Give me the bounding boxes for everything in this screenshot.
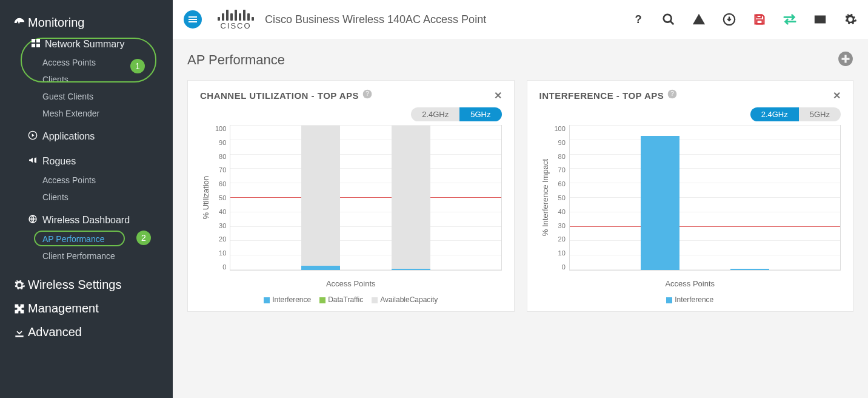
chart-channel-utilization: % Utilization 1009080706050403020100 (200, 125, 502, 271)
legend: Interference (539, 295, 841, 304)
sync-icon[interactable] (783, 13, 796, 26)
gear-icon (11, 279, 28, 291)
close-panel-button[interactable]: ✕ (494, 90, 502, 101)
play-circle-icon (28, 130, 38, 143)
product-title: Cisco Business Wireless 140AC Access Poi… (265, 13, 486, 26)
chart-interference: % Interference Impact 100908070605040302… (539, 125, 841, 271)
x-axis-label: Access Points (200, 279, 502, 288)
sidebar-label-management: Management (28, 302, 99, 315)
puzzle-icon (11, 303, 28, 315)
y-ticks: 1009080706050403020100 (551, 125, 569, 271)
band-5-button[interactable]: 5GHz (799, 107, 841, 121)
svg-rect-2 (32, 44, 35, 47)
sidebar-label-wireless-settings: Wireless Settings (28, 278, 122, 292)
sidebar: Monitoring Network Summary Access Points… (0, 0, 173, 398)
tutorial-badge-2: 2 (136, 231, 151, 245)
sidebar-item-network-summary[interactable]: Network Summary (0, 35, 173, 54)
band-2-4-button[interactable]: 2.4GHz (411, 107, 459, 121)
save-icon[interactable] (753, 13, 766, 26)
cisco-logo-text: CISCO (220, 21, 251, 30)
sidebar-item-management[interactable]: Management (0, 297, 173, 320)
sidebar-item-mesh-extender[interactable]: Mesh Extender (0, 105, 173, 122)
add-panel-button[interactable] (838, 51, 853, 69)
search-icon[interactable] (662, 13, 675, 26)
panel-channel-utilization: CHANNEL UTILIZATION - TOP APS ? ✕ 2.4GHz… (187, 80, 515, 312)
sidebar-item-ap-performance[interactable]: AP Performance 2 (0, 231, 173, 248)
legend-interference: Interference (675, 295, 713, 304)
plot-area (569, 125, 841, 271)
sidebar-item-rogues-clients[interactable]: Clients (0, 189, 173, 206)
panel-title: INTERFERENCE - TOP APS (539, 90, 664, 101)
tutorial-badge-1: 1 (130, 59, 145, 73)
sidebar-label-advanced: Advanced (28, 325, 82, 339)
band-5-button[interactable]: 5GHz (459, 107, 501, 121)
legend-interference: Interference (272, 295, 311, 304)
sidebar-item-clients[interactable]: Clients (0, 71, 173, 88)
sidebar-item-wireless-dashboard[interactable]: Wireless Dashboard (0, 206, 173, 231)
sidebar-item-advanced[interactable]: Advanced (0, 320, 173, 344)
help-icon[interactable]: ? (667, 89, 677, 101)
legend-availablecapacity: AvailableCapacity (380, 295, 438, 304)
menu-toggle-button[interactable] (184, 10, 202, 29)
settings-icon[interactable] (844, 13, 857, 26)
help-icon[interactable]: ? (362, 89, 372, 101)
alert-icon[interactable] (692, 13, 706, 26)
sidebar-item-rogues[interactable]: Rogues (0, 147, 173, 172)
mail-icon[interactable] (813, 13, 827, 26)
svg-text:?: ? (635, 13, 641, 25)
download-icon (11, 326, 28, 339)
sidebar-label-monitoring: Monitoring (28, 16, 84, 30)
sidebar-item-monitoring[interactable]: Monitoring (0, 11, 173, 35)
sidebar-item-applications[interactable]: Applications (0, 122, 173, 147)
sidebar-item-guest-clients[interactable]: Guest Clients (0, 88, 173, 105)
close-panel-button[interactable]: ✕ (833, 90, 841, 101)
svg-point-7 (664, 15, 672, 22)
grid-icon (32, 39, 40, 50)
topbar: CISCO Cisco Business Wireless 140AC Acce… (173, 0, 868, 39)
sidebar-label-wireless-dashboard: Wireless Dashboard (42, 215, 130, 226)
download-circle-icon[interactable] (723, 13, 736, 26)
plot-area (230, 125, 501, 271)
y-axis-label: % Utilization (200, 176, 212, 220)
sidebar-item-wireless-settings[interactable]: Wireless Settings (0, 273, 173, 297)
sidebar-label-network-summary: Network Summary (45, 39, 125, 50)
svg-text:?: ? (366, 90, 369, 97)
sidebar-item-rogues-ap[interactable]: Access Points (0, 172, 173, 189)
y-ticks: 1009080706050403020100 (212, 125, 230, 271)
svg-rect-10 (756, 20, 762, 24)
x-axis-label: Access Points (539, 279, 841, 288)
svg-text:?: ? (670, 90, 674, 97)
band-2-4-button[interactable]: 2.4GHz (750, 107, 799, 121)
help-icon[interactable]: ? (632, 13, 645, 26)
svg-rect-3 (36, 44, 40, 47)
sidebar-label-rogues: Rogues (42, 156, 76, 167)
sidebar-item-client-performance[interactable]: Client Performance (0, 248, 173, 265)
cisco-logo: CISCO (218, 8, 254, 30)
globe-icon (28, 214, 38, 226)
band-toggle: 2.4GHz 5GHz (411, 107, 501, 121)
dashboard-icon (11, 16, 28, 30)
svg-rect-9 (756, 15, 761, 18)
panel-interference: INTERFERENCE - TOP APS ? ✕ 2.4GHz 5GHz %… (527, 80, 854, 312)
legend-datatraffic: DataTraffic (328, 295, 363, 304)
bullhorn-icon (28, 155, 38, 167)
sidebar-item-access-points[interactable]: Access Points (0, 54, 173, 71)
page-title: AP Performance (187, 52, 285, 68)
y-axis-label: % Interference Impact (539, 159, 551, 236)
panel-title: CHANNEL UTILIZATION - TOP APS (200, 90, 359, 101)
legend: Interference DataTraffic AvailableCapaci… (200, 295, 502, 304)
band-toggle: 2.4GHz 5GHz (750, 107, 841, 121)
sidebar-label-ap-performance: AP Performance (42, 234, 104, 244)
sidebar-label-applications: Applications (42, 131, 95, 142)
svg-rect-0 (32, 39, 35, 42)
svg-rect-1 (36, 39, 40, 42)
